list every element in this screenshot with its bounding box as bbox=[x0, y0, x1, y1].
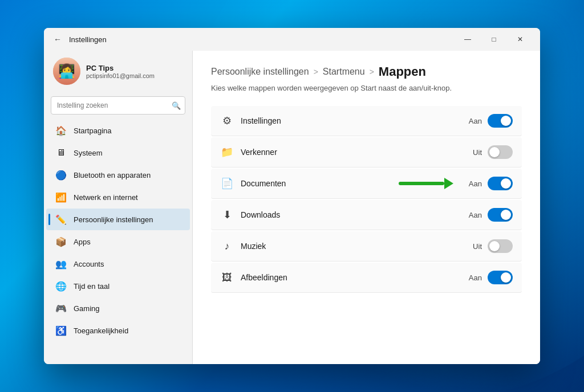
nav-icon-time: 🌐 bbox=[55, 280, 67, 292]
setting-label-verkenner: Verkenner bbox=[241, 148, 473, 157]
sidebar-item-system[interactable]: 🖥 Systeem bbox=[46, 142, 190, 164]
toggle-afbeeldingen[interactable] bbox=[488, 271, 513, 284]
search-icon: 🔍 bbox=[172, 101, 181, 110]
settings-list: ⚙ Instellingen Aan 📁 Verkenner Uit 📄 Doc… bbox=[211, 106, 522, 293]
sidebar-item-personalization[interactable]: ✏️ Persoonlijke instellingen bbox=[46, 209, 190, 230]
setting-icon-documenten: 📄 bbox=[220, 177, 234, 190]
setting-status-muziek: Uit bbox=[473, 242, 482, 251]
user-profile: 👩‍💻 PC Tips pctipsinfo01@gmail.com bbox=[44, 51, 192, 92]
sidebar: 👩‍💻 PC Tips pctipsinfo01@gmail.com 🔍 🏠 S… bbox=[44, 51, 192, 364]
settings-window: ← Instellingen — □ ✕ 👩‍💻 PC Tips pctipsi… bbox=[44, 28, 540, 364]
nav-label-accessibility: Toegankelijkheid bbox=[74, 326, 128, 335]
sidebar-item-accessibility[interactable]: ♿ Toegankelijkheid bbox=[46, 320, 190, 341]
content-area: 👩‍💻 PC Tips pctipsinfo01@gmail.com 🔍 🏠 S… bbox=[44, 51, 540, 364]
setting-icon-downloads: ⬇ bbox=[220, 208, 234, 222]
nav-icon-apps: 📦 bbox=[55, 236, 67, 247]
setting-status-verkenner: Uit bbox=[473, 148, 482, 157]
toggle-thumb-instellingen bbox=[501, 116, 511, 126]
setting-icon-instellingen: ⚙ bbox=[220, 114, 234, 128]
user-name: PC Tips bbox=[86, 64, 155, 72]
toggle-downloads[interactable] bbox=[488, 208, 513, 222]
setting-label-muziek: Muziek bbox=[241, 242, 473, 251]
arrow-head bbox=[444, 178, 453, 189]
search-box: 🔍 bbox=[51, 96, 185, 115]
toggle-thumb-verkenner bbox=[489, 147, 500, 157]
setting-row-documenten: 📄 Documenten Aan bbox=[211, 169, 522, 199]
setting-row-instellingen: ⚙ Instellingen Aan bbox=[211, 106, 522, 136]
setting-icon-muziek: ♪ bbox=[220, 239, 234, 253]
window-controls: — □ ✕ bbox=[455, 30, 533, 48]
breadcrumb-sep2: > bbox=[370, 67, 374, 76]
nav-label-time: Tijd en taal bbox=[74, 282, 110, 291]
breadcrumb-part1: Persoonlijke instellingen bbox=[211, 67, 309, 77]
nav-label-system: Systeem bbox=[74, 149, 103, 157]
setting-status-downloads: Aan bbox=[469, 211, 482, 219]
nav-icon-network: 📶 bbox=[55, 191, 67, 203]
breadcrumb-part2: Startmenu bbox=[323, 67, 365, 77]
sidebar-item-bluetooth[interactable]: 🔵 Bluetooth en apparaten bbox=[46, 164, 190, 186]
sidebar-item-home[interactable]: 🏠 Startpagina bbox=[46, 120, 190, 141]
title-bar: ← Instellingen — □ ✕ bbox=[44, 28, 540, 51]
nav-label-accounts: Accounts bbox=[74, 260, 104, 268]
avatar-image: 👩‍💻 bbox=[53, 58, 80, 85]
nav-label-gaming: Gaming bbox=[74, 304, 100, 313]
arrow-annotation bbox=[399, 178, 453, 189]
setting-label-instellingen: Instellingen bbox=[241, 116, 469, 125]
user-info: PC Tips pctipsinfo01@gmail.com bbox=[86, 64, 155, 79]
nav-icon-accounts: 👥 bbox=[55, 258, 67, 270]
nav-icon-bluetooth: 🔵 bbox=[55, 169, 67, 181]
nav-label-bluetooth: Bluetooth en apparaten bbox=[74, 171, 151, 179]
sidebar-item-apps[interactable]: 📦 Apps bbox=[46, 231, 190, 252]
toggle-muziek[interactable] bbox=[488, 239, 513, 253]
user-email: pctipsinfo01@gmail.com bbox=[86, 72, 155, 79]
minimize-button[interactable]: — bbox=[455, 30, 481, 48]
toggle-instellingen[interactable] bbox=[488, 114, 513, 128]
main-content: Persoonlijke instellingen > Startmenu > … bbox=[193, 51, 540, 364]
back-button[interactable]: ← bbox=[51, 32, 64, 46]
setting-label-afbeeldingen: Afbeeldingen bbox=[241, 273, 469, 282]
breadcrumb-current: Mappen bbox=[379, 64, 426, 79]
toggle-thumb-muziek bbox=[489, 241, 500, 251]
nav-list: 🏠 Startpagina 🖥 Systeem 🔵 Bluetooth en a… bbox=[44, 119, 192, 342]
breadcrumb: Persoonlijke instellingen > Startmenu > … bbox=[211, 64, 522, 79]
sidebar-item-accounts[interactable]: 👥 Accounts bbox=[46, 253, 190, 275]
setting-icon-verkenner: 📁 bbox=[220, 145, 234, 159]
setting-status-documenten: Aan bbox=[469, 179, 482, 188]
toggle-thumb-downloads bbox=[501, 210, 511, 220]
toggle-documenten[interactable] bbox=[488, 177, 513, 190]
setting-row-downloads: ⬇ Downloads Aan bbox=[211, 200, 522, 230]
maximize-button[interactable]: □ bbox=[481, 30, 507, 48]
sidebar-item-network[interactable]: 📶 Netwerk en internet bbox=[46, 186, 190, 208]
setting-status-instellingen: Aan bbox=[469, 117, 482, 125]
nav-icon-accessibility: ♿ bbox=[55, 325, 67, 336]
nav-icon-home: 🏠 bbox=[55, 125, 67, 136]
setting-icon-afbeeldingen: 🖼 bbox=[220, 271, 234, 284]
toggle-thumb-documenten bbox=[501, 178, 511, 189]
arrow-body bbox=[399, 182, 444, 185]
toggle-verkenner[interactable] bbox=[488, 145, 513, 159]
setting-row-afbeeldingen: 🖼 Afbeeldingen Aan bbox=[211, 263, 522, 293]
nav-label-home: Startpagina bbox=[74, 126, 112, 135]
search-input[interactable] bbox=[51, 96, 185, 115]
toggle-thumb-afbeeldingen bbox=[501, 272, 511, 283]
sidebar-item-gaming[interactable]: 🎮 Gaming bbox=[46, 297, 190, 319]
setting-row-muziek: ♪ Muziek Uit bbox=[211, 231, 522, 262]
setting-status-afbeeldingen: Aan bbox=[469, 273, 482, 282]
breadcrumb-sep1: > bbox=[314, 67, 318, 76]
setting-row-verkenner: 📁 Verkenner Uit bbox=[211, 137, 522, 168]
avatar: 👩‍💻 bbox=[53, 58, 80, 85]
nav-label-personalization: Persoonlijke instellingen bbox=[74, 215, 153, 224]
setting-label-downloads: Downloads bbox=[241, 210, 469, 219]
page-subtitle: Kies welke mappen worden weergegeven op … bbox=[211, 84, 522, 92]
window-title: Instellingen bbox=[69, 35, 107, 44]
nav-icon-gaming: 🎮 bbox=[55, 303, 67, 314]
nav-label-network: Netwerk en internet bbox=[74, 193, 138, 202]
nav-icon-personalization: ✏️ bbox=[55, 214, 67, 225]
nav-label-apps: Apps bbox=[74, 238, 91, 246]
close-button[interactable]: ✕ bbox=[507, 30, 533, 48]
nav-icon-system: 🖥 bbox=[55, 147, 67, 158]
sidebar-item-time[interactable]: 🌐 Tijd en taal bbox=[46, 275, 190, 297]
